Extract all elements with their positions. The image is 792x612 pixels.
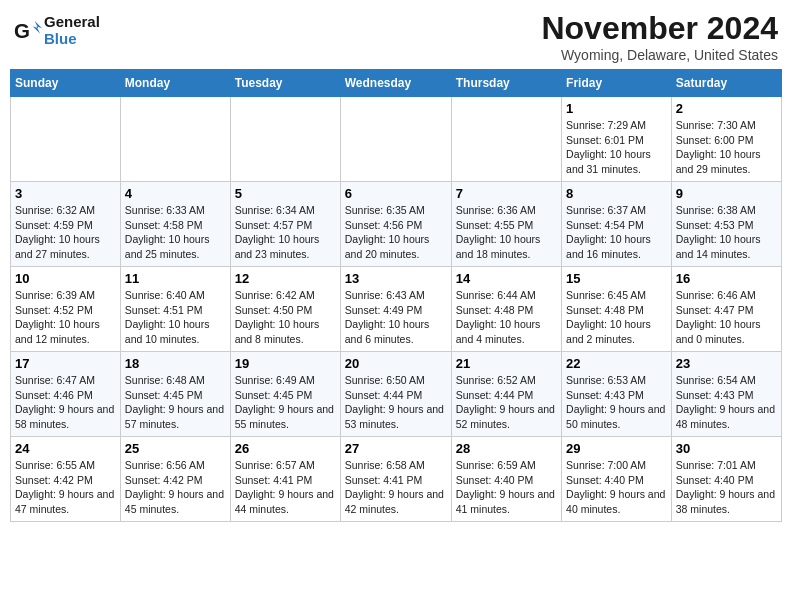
calendar-cell: [451, 97, 561, 182]
logo: G General Blue: [14, 14, 100, 47]
calendar-week-0: 1Sunrise: 7:29 AM Sunset: 6:01 PM Daylig…: [11, 97, 782, 182]
day-number: 7: [456, 186, 557, 201]
calendar-cell: [11, 97, 121, 182]
calendar-cell: 13Sunrise: 6:43 AM Sunset: 4:49 PM Dayli…: [340, 267, 451, 352]
day-info: Sunrise: 7:01 AM Sunset: 4:40 PM Dayligh…: [676, 458, 777, 517]
day-number: 2: [676, 101, 777, 116]
logo-icon: G: [14, 17, 42, 45]
day-number: 9: [676, 186, 777, 201]
day-number: 28: [456, 441, 557, 456]
day-number: 1: [566, 101, 667, 116]
day-number: 4: [125, 186, 226, 201]
day-number: 11: [125, 271, 226, 286]
day-info: Sunrise: 7:29 AM Sunset: 6:01 PM Dayligh…: [566, 118, 667, 177]
month-title: November 2024: [541, 10, 778, 47]
calendar-cell: 3Sunrise: 6:32 AM Sunset: 4:59 PM Daylig…: [11, 182, 121, 267]
calendar-cell: 9Sunrise: 6:38 AM Sunset: 4:53 PM Daylig…: [671, 182, 781, 267]
day-info: Sunrise: 6:55 AM Sunset: 4:42 PM Dayligh…: [15, 458, 116, 517]
day-number: 19: [235, 356, 336, 371]
calendar-cell: 18Sunrise: 6:48 AM Sunset: 4:45 PM Dayli…: [120, 352, 230, 437]
day-number: 21: [456, 356, 557, 371]
day-number: 10: [15, 271, 116, 286]
day-number: 22: [566, 356, 667, 371]
calendar-cell: 30Sunrise: 7:01 AM Sunset: 4:40 PM Dayli…: [671, 437, 781, 522]
day-number: 29: [566, 441, 667, 456]
calendar-cell: 10Sunrise: 6:39 AM Sunset: 4:52 PM Dayli…: [11, 267, 121, 352]
day-info: Sunrise: 6:36 AM Sunset: 4:55 PM Dayligh…: [456, 203, 557, 262]
day-info: Sunrise: 6:58 AM Sunset: 4:41 PM Dayligh…: [345, 458, 447, 517]
calendar-week-4: 24Sunrise: 6:55 AM Sunset: 4:42 PM Dayli…: [11, 437, 782, 522]
calendar-cell: 2Sunrise: 7:30 AM Sunset: 6:00 PM Daylig…: [671, 97, 781, 182]
day-info: Sunrise: 6:52 AM Sunset: 4:44 PM Dayligh…: [456, 373, 557, 432]
day-info: Sunrise: 6:33 AM Sunset: 4:58 PM Dayligh…: [125, 203, 226, 262]
calendar-cell: 16Sunrise: 6:46 AM Sunset: 4:47 PM Dayli…: [671, 267, 781, 352]
calendar-cell: 14Sunrise: 6:44 AM Sunset: 4:48 PM Dayli…: [451, 267, 561, 352]
day-info: Sunrise: 6:44 AM Sunset: 4:48 PM Dayligh…: [456, 288, 557, 347]
day-info: Sunrise: 6:49 AM Sunset: 4:45 PM Dayligh…: [235, 373, 336, 432]
day-info: Sunrise: 6:48 AM Sunset: 4:45 PM Dayligh…: [125, 373, 226, 432]
day-number: 12: [235, 271, 336, 286]
day-number: 18: [125, 356, 226, 371]
calendar-cell: [230, 97, 340, 182]
calendar-cell: 12Sunrise: 6:42 AM Sunset: 4:50 PM Dayli…: [230, 267, 340, 352]
calendar-cell: 4Sunrise: 6:33 AM Sunset: 4:58 PM Daylig…: [120, 182, 230, 267]
location: Wyoming, Delaware, United States: [541, 47, 778, 63]
day-info: Sunrise: 6:50 AM Sunset: 4:44 PM Dayligh…: [345, 373, 447, 432]
day-info: Sunrise: 6:42 AM Sunset: 4:50 PM Dayligh…: [235, 288, 336, 347]
calendar-cell: 28Sunrise: 6:59 AM Sunset: 4:40 PM Dayli…: [451, 437, 561, 522]
day-info: Sunrise: 6:32 AM Sunset: 4:59 PM Dayligh…: [15, 203, 116, 262]
day-info: Sunrise: 6:34 AM Sunset: 4:57 PM Dayligh…: [235, 203, 336, 262]
calendar-cell: 23Sunrise: 6:54 AM Sunset: 4:43 PM Dayli…: [671, 352, 781, 437]
calendar-cell: 26Sunrise: 6:57 AM Sunset: 4:41 PM Dayli…: [230, 437, 340, 522]
calendar-header: SundayMondayTuesdayWednesdayThursdayFrid…: [11, 70, 782, 97]
day-number: 27: [345, 441, 447, 456]
calendar-cell: 8Sunrise: 6:37 AM Sunset: 4:54 PM Daylig…: [562, 182, 672, 267]
calendar-cell: [340, 97, 451, 182]
day-info: Sunrise: 6:54 AM Sunset: 4:43 PM Dayligh…: [676, 373, 777, 432]
day-number: 23: [676, 356, 777, 371]
day-info: Sunrise: 6:38 AM Sunset: 4:53 PM Dayligh…: [676, 203, 777, 262]
calendar-week-1: 3Sunrise: 6:32 AM Sunset: 4:59 PM Daylig…: [11, 182, 782, 267]
col-header-saturday: Saturday: [671, 70, 781, 97]
calendar-cell: 29Sunrise: 7:00 AM Sunset: 4:40 PM Dayli…: [562, 437, 672, 522]
col-header-wednesday: Wednesday: [340, 70, 451, 97]
calendar-cell: 22Sunrise: 6:53 AM Sunset: 4:43 PM Dayli…: [562, 352, 672, 437]
day-number: 14: [456, 271, 557, 286]
day-info: Sunrise: 6:45 AM Sunset: 4:48 PM Dayligh…: [566, 288, 667, 347]
svg-text:G: G: [14, 18, 30, 41]
calendar-cell: 20Sunrise: 6:50 AM Sunset: 4:44 PM Dayli…: [340, 352, 451, 437]
calendar-cell: [120, 97, 230, 182]
calendar-cell: 6Sunrise: 6:35 AM Sunset: 4:56 PM Daylig…: [340, 182, 451, 267]
title-area: November 2024 Wyoming, Delaware, United …: [541, 10, 778, 63]
day-number: 5: [235, 186, 336, 201]
day-info: Sunrise: 6:46 AM Sunset: 4:47 PM Dayligh…: [676, 288, 777, 347]
calendar-week-3: 17Sunrise: 6:47 AM Sunset: 4:46 PM Dayli…: [11, 352, 782, 437]
calendar-cell: 15Sunrise: 6:45 AM Sunset: 4:48 PM Dayli…: [562, 267, 672, 352]
col-header-friday: Friday: [562, 70, 672, 97]
day-info: Sunrise: 6:47 AM Sunset: 4:46 PM Dayligh…: [15, 373, 116, 432]
day-number: 3: [15, 186, 116, 201]
day-number: 24: [15, 441, 116, 456]
calendar-cell: 19Sunrise: 6:49 AM Sunset: 4:45 PM Dayli…: [230, 352, 340, 437]
day-info: Sunrise: 6:53 AM Sunset: 4:43 PM Dayligh…: [566, 373, 667, 432]
day-number: 26: [235, 441, 336, 456]
day-number: 13: [345, 271, 447, 286]
calendar-table: SundayMondayTuesdayWednesdayThursdayFrid…: [10, 69, 782, 522]
calendar-cell: 7Sunrise: 6:36 AM Sunset: 4:55 PM Daylig…: [451, 182, 561, 267]
col-header-monday: Monday: [120, 70, 230, 97]
day-info: Sunrise: 6:37 AM Sunset: 4:54 PM Dayligh…: [566, 203, 667, 262]
day-info: Sunrise: 6:57 AM Sunset: 4:41 PM Dayligh…: [235, 458, 336, 517]
day-number: 16: [676, 271, 777, 286]
svg-marker-1: [33, 20, 42, 33]
col-header-thursday: Thursday: [451, 70, 561, 97]
calendar-body: 1Sunrise: 7:29 AM Sunset: 6:01 PM Daylig…: [11, 97, 782, 522]
day-info: Sunrise: 6:56 AM Sunset: 4:42 PM Dayligh…: [125, 458, 226, 517]
calendar-cell: 24Sunrise: 6:55 AM Sunset: 4:42 PM Dayli…: [11, 437, 121, 522]
day-info: Sunrise: 6:40 AM Sunset: 4:51 PM Dayligh…: [125, 288, 226, 347]
day-number: 15: [566, 271, 667, 286]
day-number: 8: [566, 186, 667, 201]
calendar-cell: 17Sunrise: 6:47 AM Sunset: 4:46 PM Dayli…: [11, 352, 121, 437]
day-info: Sunrise: 6:39 AM Sunset: 4:52 PM Dayligh…: [15, 288, 116, 347]
calendar-cell: 21Sunrise: 6:52 AM Sunset: 4:44 PM Dayli…: [451, 352, 561, 437]
calendar-week-2: 10Sunrise: 6:39 AM Sunset: 4:52 PM Dayli…: [11, 267, 782, 352]
